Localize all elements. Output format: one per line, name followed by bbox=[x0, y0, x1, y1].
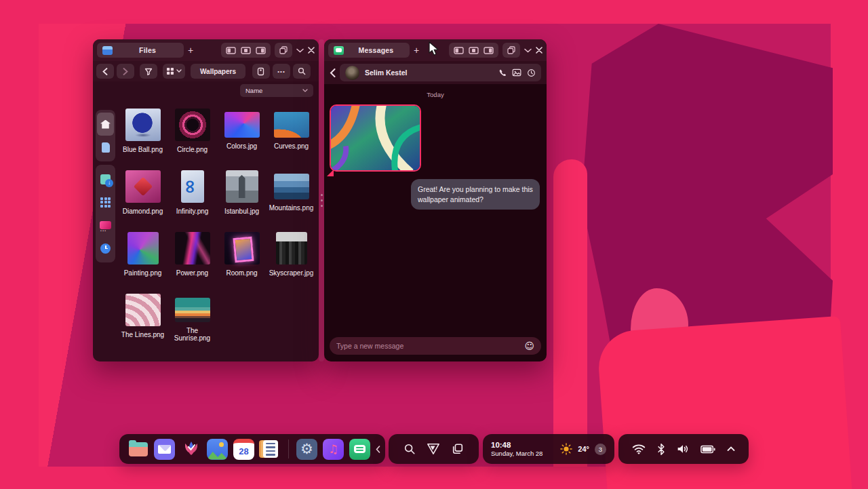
dock-calendar-icon[interactable]: 28 bbox=[233, 439, 254, 460]
file-item[interactable]: The Sunrise.png bbox=[167, 292, 217, 354]
file-item[interactable]: Room.png bbox=[217, 231, 267, 292]
received-message[interactable]: Great! Are you planning to make this wal… bbox=[411, 179, 540, 210]
file-name: Room.png bbox=[226, 269, 257, 277]
sort-dropdown[interactable]: Name bbox=[240, 84, 313, 97]
file-item[interactable]: Colors.jpg bbox=[217, 107, 267, 169]
tulip-icon bbox=[182, 439, 201, 458]
notification-badge[interactable]: 3 bbox=[595, 444, 606, 455]
sidebar-item-downloads[interactable] bbox=[97, 168, 114, 191]
files-app-icon bbox=[102, 46, 113, 55]
swatch-icon bbox=[100, 221, 111, 229]
message-input-bar: ☺ bbox=[330, 337, 541, 355]
file-thumbnail bbox=[224, 232, 260, 265]
sun-icon bbox=[219, 442, 224, 447]
forward-button[interactable] bbox=[117, 64, 134, 79]
new-tab-button[interactable]: + bbox=[188, 45, 193, 56]
file-item[interactable]: Diamond.png bbox=[118, 169, 167, 231]
search-icon[interactable] bbox=[293, 64, 311, 79]
volume-icon[interactable] bbox=[677, 444, 689, 454]
float-button-group bbox=[502, 43, 520, 58]
file-item[interactable]: Power.png bbox=[167, 231, 217, 292]
search-icon[interactable] bbox=[403, 443, 416, 455]
file-item[interactable]: Curves.png bbox=[267, 107, 316, 169]
wifi-icon[interactable] bbox=[632, 444, 646, 454]
sidebar-item-home[interactable] bbox=[97, 113, 114, 136]
file-name: Curves.png bbox=[274, 142, 309, 150]
restore-icon[interactable] bbox=[279, 46, 288, 54]
files-tab[interactable]: Files bbox=[97, 43, 184, 58]
launcher-logo-icon[interactable] bbox=[427, 443, 440, 455]
dock-files-icon[interactable] bbox=[127, 439, 149, 460]
file-name: Power.png bbox=[176, 269, 208, 277]
sort-dropdown-label: Name bbox=[245, 87, 262, 94]
more-menu-button[interactable]: ••• bbox=[273, 64, 290, 79]
tag-icon[interactable] bbox=[252, 64, 270, 79]
dock-settings-icon[interactable]: ⚙ bbox=[296, 439, 317, 460]
tile-left-icon[interactable] bbox=[454, 47, 464, 54]
file-item[interactable]: Circle.png bbox=[167, 107, 217, 169]
call-icon[interactable] bbox=[498, 69, 507, 77]
file-item[interactable]: Mountains.png bbox=[267, 169, 316, 231]
close-icon[interactable] bbox=[536, 47, 542, 54]
file-item[interactable]: Blue Ball.png bbox=[118, 107, 167, 169]
dock-flowers-icon[interactable] bbox=[180, 439, 201, 460]
sidebar-item-recents[interactable] bbox=[97, 237, 114, 260]
bluetooth-icon[interactable] bbox=[657, 444, 665, 455]
files-titlebar[interactable]: Files + bbox=[93, 39, 319, 61]
dock-messages-icon[interactable] bbox=[349, 439, 370, 460]
battery-icon[interactable] bbox=[701, 445, 715, 454]
tile-center-icon[interactable] bbox=[241, 47, 251, 54]
downloads-icon bbox=[100, 174, 111, 184]
dock-collapse-icon[interactable] bbox=[376, 446, 380, 453]
tile-left-icon[interactable] bbox=[226, 47, 236, 54]
tile-right-icon[interactable] bbox=[484, 47, 494, 54]
window-menu-chevron-icon[interactable] bbox=[524, 48, 532, 53]
file-thumbnail bbox=[276, 232, 307, 265]
shared-media-icon[interactable] bbox=[512, 69, 521, 77]
conversation-back-button[interactable] bbox=[330, 69, 336, 77]
file-thumbnail bbox=[127, 232, 159, 265]
file-item[interactable]: Istanbul.jpg bbox=[217, 169, 267, 231]
back-button[interactable] bbox=[96, 64, 114, 79]
split-drag-handle[interactable] bbox=[321, 194, 323, 207]
sidebar-item-documents[interactable] bbox=[97, 136, 114, 159]
file-item[interactable]: Infinity.png bbox=[167, 169, 217, 231]
sidebar-segment-top bbox=[96, 110, 115, 161]
new-tab-button[interactable]: + bbox=[414, 45, 419, 56]
file-item[interactable]: Painting.png bbox=[118, 231, 167, 292]
message-input[interactable] bbox=[336, 342, 519, 350]
window-menu-chevron-icon[interactable] bbox=[296, 48, 304, 53]
contact-pill[interactable]: Selim Kestel bbox=[340, 64, 541, 81]
dock-mail-icon[interactable] bbox=[154, 439, 175, 460]
tile-center-icon[interactable] bbox=[469, 47, 479, 54]
dock-music-icon[interactable]: ♫ bbox=[323, 439, 344, 460]
filter-icon[interactable] bbox=[140, 64, 157, 79]
sidebar-item-applications[interactable] bbox=[97, 191, 114, 214]
envelope-icon bbox=[158, 445, 171, 454]
file-thumbnail bbox=[125, 294, 161, 326]
messages-tab[interactable]: Messages bbox=[328, 43, 410, 58]
dock-clock-area[interactable]: 10:48 Sunday, March 28 24° 3 bbox=[483, 434, 614, 464]
window-switcher-icon[interactable] bbox=[452, 443, 464, 455]
view-grid-button[interactable] bbox=[163, 64, 185, 79]
history-icon[interactable] bbox=[527, 69, 536, 77]
tile-right-icon[interactable] bbox=[256, 47, 266, 54]
image-message-tail bbox=[327, 170, 334, 176]
file-item[interactable]: Skyscraper.jpg bbox=[267, 231, 316, 292]
messages-app-icon bbox=[334, 46, 344, 55]
status-expand-chevron-icon[interactable] bbox=[727, 446, 735, 452]
clock-time: 10:48 bbox=[491, 440, 555, 450]
breadcrumb[interactable]: Wallpapers bbox=[191, 64, 245, 79]
image-message[interactable] bbox=[330, 104, 421, 172]
restore-icon[interactable] bbox=[507, 46, 515, 54]
dock-photos-icon[interactable] bbox=[207, 439, 228, 460]
close-icon[interactable] bbox=[308, 47, 315, 54]
file-name: Blue Ball.png bbox=[123, 146, 163, 153]
file-name: Infinity.png bbox=[176, 208, 209, 215]
sidebar-item-wallpapers[interactable] bbox=[97, 214, 114, 237]
file-item[interactable]: The Lines.png bbox=[118, 292, 167, 354]
dock-notes-icon[interactable] bbox=[260, 439, 281, 460]
wallpaper-ribbon-shape bbox=[553, 159, 587, 467]
emoji-picker-icon[interactable]: ☺ bbox=[524, 340, 534, 351]
messages-window: Messages + bbox=[324, 39, 547, 361]
